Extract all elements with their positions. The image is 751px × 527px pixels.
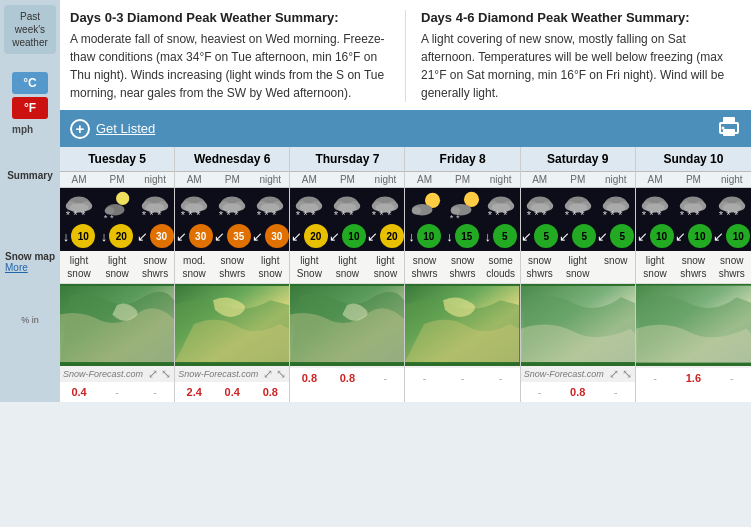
day-sublabels-3: AMPMnight (405, 172, 519, 188)
sublabel-5-0: AM (636, 172, 674, 187)
svg-text:* * *: * * * (680, 209, 700, 221)
snowfall-cell-0-0: 0.4 (60, 382, 98, 402)
svg-text:* * *: * * * (526, 209, 546, 221)
celsius-button[interactable]: °C (12, 72, 48, 94)
wind-cell-5-0: ↙10 (636, 224, 674, 248)
plus-icon: + (70, 119, 90, 139)
wind-cell-2-0: ↙20 (290, 224, 328, 248)
wind-badge-1-0: 30 (189, 224, 213, 248)
wind-cell-4-1: ↙5 (559, 224, 597, 248)
sublabel-5-1: PM (674, 172, 712, 187)
summary-cells-5: light snowsnow shwrssnow shwrs (636, 251, 751, 284)
get-listed-link[interactable]: Get Listed (96, 121, 155, 136)
fahrenheit-button[interactable]: °F (12, 97, 48, 119)
snowfall-label: % in (21, 315, 39, 325)
sublabel-0-2: night (136, 172, 174, 187)
summary-cells-0: light snowlight snowsnow shwrs (60, 251, 174, 284)
weather-icon-2-1: * * * (328, 188, 366, 224)
weather-icon-4-0: * * * (521, 188, 559, 224)
summary-4-6-title: Days 4-6 Diamond Peak Weather Summary: (421, 10, 741, 25)
weather-icon-2-2: * * * (366, 188, 404, 224)
snowfall-cell-5-1: 1.6 (674, 368, 712, 388)
wind-badge-5-2: 10 (726, 224, 750, 248)
day-sublabels-0: AMPMnight (60, 172, 174, 188)
summary-days-0-3: Days 0-3 Diamond Peak Weather Summary: A… (70, 10, 405, 102)
snowfall-cell-5-0: - (636, 368, 674, 388)
attrib-icons-1: ⤢⤡ (263, 367, 286, 381)
day-sublabels-5: AMPMnight (636, 172, 751, 188)
summary-cell-4-2: snow (597, 251, 635, 283)
weather-icon-0-2: * * * (136, 188, 174, 224)
snowfall-cells-2: 0.80.8- (290, 368, 404, 388)
summary-cell-5-1: snow shwrs (674, 251, 712, 283)
svg-text:* * *: * * * (565, 209, 585, 221)
wind-badge-0-1: 20 (109, 224, 133, 248)
icon-cells-1: * * * * * * * * * (175, 188, 289, 224)
wind-arrow-3-1: ↓ (446, 229, 453, 244)
svg-text:* *: * * (104, 212, 114, 223)
weather-icon-1-0: * * * (175, 188, 213, 224)
attrib-text-0: Snow-Forecast.com (63, 369, 143, 379)
summary-cells-2: light Snowlight snowlight snow (290, 251, 404, 284)
map-attrib-4: Snow-Forecast.com⤢⤡ (521, 366, 635, 382)
icon-cells-2: * * * * * * * * * (290, 188, 404, 224)
summary-cell-2-2: light snow (366, 251, 404, 283)
snowfall-cell-2-0: 0.8 (290, 368, 328, 388)
sublabel-5-2: night (713, 172, 751, 187)
svg-text:* * *: * * * (66, 209, 86, 221)
icon-cells-3: * * * * * (405, 188, 519, 224)
wind-arrow-5-2: ↙ (713, 229, 724, 244)
wind-arrow-1-0: ↙ (176, 229, 187, 244)
weather-icon-3-1: * * (444, 188, 482, 224)
day-col-2: Thursday 7AMPMnight * * * * * * * * * ↙2… (290, 147, 405, 402)
map-wrapper-0: Snow-Forecast.com⤢⤡ (60, 284, 174, 382)
map-icon-1[interactable]: ⤢ (263, 367, 273, 381)
day-name-0: Tuesday 5 (60, 147, 174, 172)
wind-arrow-3-0: ↓ (408, 229, 415, 244)
snowmap-section: Snow map More (5, 251, 55, 273)
map-icon-2[interactable]: ⤡ (276, 367, 286, 381)
more-link[interactable]: More (5, 262, 55, 273)
wind-cells-3: ↓10↓15↓5 (405, 224, 519, 251)
print-button[interactable] (717, 115, 741, 142)
summary-cell-2-1: light snow (328, 251, 366, 283)
attrib-icons-0: ⤢⤡ (148, 367, 171, 381)
snowfall-cells-4: -0.8- (521, 382, 635, 402)
attrib-text-1: Snow-Forecast.com (178, 369, 258, 379)
svg-text:* *: * * (449, 212, 459, 223)
map-icon-2[interactable]: ⤡ (622, 367, 632, 381)
day-name-2: Thursday 7 (290, 147, 404, 172)
day-col-0: Tuesday 5AMPMnight * * * * * * * * ↓10↓2… (60, 147, 175, 402)
summary-cell-3-2: some clouds (482, 251, 520, 283)
map-icon-2[interactable]: ⤡ (161, 367, 171, 381)
sublabel-2-0: AM (290, 172, 328, 187)
day-name-5: Sunday 10 (636, 147, 751, 172)
summary-cell-1-1: snow shwrs (213, 251, 251, 283)
snow-map-1 (175, 284, 289, 366)
summary-cell-0-1: light snow (98, 251, 136, 283)
day-col-1: Wednesday 6AMPMnight * * * * * * * * * ↙… (175, 147, 290, 402)
sublabel-1-1: PM (213, 172, 251, 187)
wind-cells-1: ↙30↙35↙30 (175, 224, 289, 251)
weather-icon-2-0: * * * (290, 188, 328, 224)
snowfall-cell-0-2: - (136, 382, 174, 402)
svg-point-53 (411, 207, 420, 215)
svg-text:* * *: * * * (372, 209, 392, 221)
wind-badge-1-1: 35 (227, 224, 251, 248)
summary-cell-5-2: snow shwrs (713, 251, 751, 283)
map-icon-1[interactable]: ⤢ (148, 367, 158, 381)
map-icon-1[interactable]: ⤢ (609, 367, 619, 381)
past-week-button[interactable]: Past week's weather (4, 5, 56, 54)
wind-badge-4-1: 5 (572, 224, 596, 248)
wind-badge-4-2: 5 (610, 224, 634, 248)
wind-cell-4-0: ↙5 (521, 224, 559, 248)
weather-icon-1-1: * * * (213, 188, 251, 224)
wind-arrow-0-0: ↓ (63, 229, 70, 244)
map-wrapper-4: Snow-Forecast.com⤢⤡ (521, 284, 635, 382)
wind-badge-5-1: 10 (688, 224, 712, 248)
wind-cells-0: ↓10↓20↙30 (60, 224, 174, 251)
wind-arrow-2-0: ↙ (291, 229, 302, 244)
wind-cell-3-1: ↓15 (444, 224, 482, 248)
wind-badge-3-0: 10 (417, 224, 441, 248)
get-listed-bar: + Get Listed (60, 110, 751, 147)
